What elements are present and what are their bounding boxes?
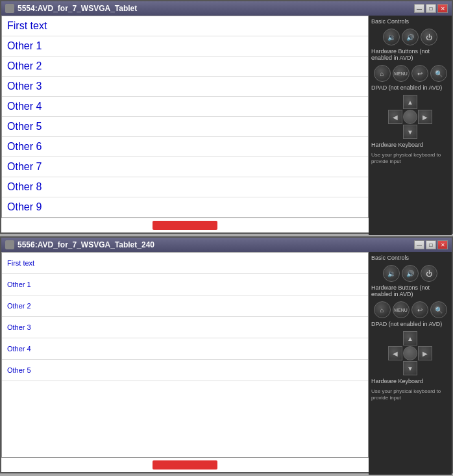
dpad-empty-br-2 [418,361,432,375]
list-item-w1-3[interactable]: Other 3 [2,77,368,97]
basic-buttons-row-1: 🔉 🔊 ⏻ [371,29,449,45]
window-title-1: 5554:AVD_for_7_WSVGA_Tablet [18,4,414,13]
dpad-empty-bl-2 [388,361,402,375]
list-area-1: First text Other 1 Other 2 Other 3 Other… [1,16,369,218]
basic-controls-label-2: Basic Controls [371,255,449,261]
list-item-w2-3[interactable]: Other 3 [2,317,368,338]
list-item-w2-0[interactable]: First text [2,253,368,274]
menu-icon-2: MENU [394,308,408,312]
list-item-w1-5[interactable]: Other 5 [2,117,368,137]
volume-down-button-2[interactable]: 🔉 [383,265,400,282]
home-icon-1: ⌂ [380,70,384,77]
red-bar-1 [153,221,217,230]
hw-buttons-label-1: Hardware Buttons (not enabled in AVD) [371,48,449,61]
dpad-empty-tr-1 [418,95,432,109]
control-panel-2: Basic Controls 🔉 🔊 ⏻ Hardware Buttons (n… [369,252,452,475]
dpad-down-button-2[interactable]: ▼ [403,361,417,375]
list-item-w1-0[interactable]: First text [2,16,368,36]
minimize-button-1[interactable]: — [414,4,424,13]
window-content-1: First text Other 1 Other 2 Other 3 Other… [1,16,452,232]
list-area-2: First text Other 1 Other 2 Other 3 Other… [1,252,369,458]
list-item-w1-8[interactable]: Other 8 [2,177,368,197]
list-item-w1-4[interactable]: Other 4 [2,97,368,117]
dpad-1: ▲ ◀ ▶ ▼ [371,95,449,139]
close-button-2[interactable]: ✕ [437,240,448,249]
list-item-w1-6[interactable]: Other 6 [2,137,368,157]
search-icon-2: 🔍 [435,307,443,314]
search-button-1[interactable]: 🔍 [430,65,447,82]
title-bar-1: 5554:AVD_for_7_WSVGA_Tablet — □ ✕ [1,1,452,16]
list-item-w1-2[interactable]: Other 2 [2,56,368,77]
dpad-empty-tl-1 [388,95,402,109]
red-bar-container-1 [1,218,369,232]
hw-buttons-row-2: ⌂ MENU ↩ 🔍 [371,301,449,318]
dpad-empty-bl-1 [388,125,402,139]
window-icon-2 [5,240,14,249]
dpad-label-2: DPAD (not enabled in AVD) [371,321,449,327]
dpad-left-button-1[interactable]: ◀ [388,110,402,124]
home-button-2[interactable]: ⌂ [374,301,391,318]
window-content-2: First text Other 1 Other 2 Other 3 Other… [1,252,452,472]
volume-down-icon-2: 🔉 [387,270,395,277]
home-icon-2: ⌂ [380,307,384,314]
basic-controls-label-1: Basic Controls [371,18,449,25]
list-item-w2-2[interactable]: Other 2 [2,295,368,317]
volume-down-button-1[interactable]: 🔉 [383,29,400,45]
keyboard-text-2: Use your physical keyboard to provide in… [371,388,449,402]
minimize-button-2[interactable]: — [414,240,424,249]
list-item-w2-5[interactable]: Other 5 [2,360,368,381]
basic-buttons-row-2: 🔉 🔊 ⏻ [371,265,449,282]
power-button-1[interactable]: ⏻ [421,29,437,45]
power-icon-1: ⏻ [426,34,432,41]
window-1: 5554:AVD_for_7_WSVGA_Tablet — □ ✕ First … [0,0,453,234]
list-item-w1-9[interactable]: Other 9 [2,197,368,218]
dpad-2: ▲ ◀ ▶ ▼ [371,331,449,375]
dpad-empty-tr-2 [418,331,432,345]
power-icon-2: ⏻ [426,270,432,277]
hw-buttons-label-2: Hardware Buttons (not enabled in AVD) [371,284,449,297]
dpad-left-button-2[interactable]: ◀ [388,346,402,360]
volume-up-icon-1: 🔊 [406,34,414,41]
dpad-up-button-2[interactable]: ▲ [403,331,417,345]
dpad-right-button-2[interactable]: ▶ [418,346,432,360]
red-bar-2 [153,460,217,470]
close-button-1[interactable]: ✕ [437,4,448,13]
title-bar-buttons-2: — □ ✕ [414,240,448,249]
dpad-empty-tl-2 [388,331,402,345]
dpad-right-button-1[interactable]: ▶ [418,110,432,124]
list-item-w1-1[interactable]: Other 1 [2,36,368,56]
list-item-w1-7[interactable]: Other 7 [2,157,368,177]
search-icon-1: 🔍 [435,70,443,77]
volume-up-button-1[interactable]: 🔊 [402,29,419,45]
volume-up-icon-2: 🔊 [406,270,414,277]
title-bar-buttons-1: — □ ✕ [414,4,448,13]
dpad-up-button-1[interactable]: ▲ [403,95,417,109]
back-icon-2: ↩ [417,307,422,314]
home-button-1[interactable]: ⌂ [374,65,391,82]
dpad-center-button-1[interactable] [403,110,417,124]
window-title-2: 5556:AVD_for_7_WSVGA_Tablet_240 [18,240,414,249]
maximize-button-2[interactable]: □ [426,240,436,249]
keyboard-text-1: Use your physical keyboard to provide in… [371,152,449,166]
list-item-w2-1[interactable]: Other 1 [2,274,368,295]
list-item-w2-4[interactable]: Other 4 [2,338,368,360]
window-2: 5556:AVD_for_7_WSVGA_Tablet_240 — □ ✕ Fi… [0,236,453,473]
maximize-button-1[interactable]: □ [426,4,436,13]
volume-up-button-2[interactable]: 🔊 [402,265,419,282]
back-icon-1: ↩ [417,70,422,77]
dpad-down-button-1[interactable]: ▼ [403,125,417,139]
back-button-2[interactable]: ↩ [411,301,428,318]
menu-button-1[interactable]: MENU [393,65,410,82]
window-body-1: First text Other 1 Other 2 Other 3 Other… [1,16,369,232]
dpad-label-1: DPAD (not enabled in AVD) [371,84,449,91]
menu-button-2[interactable]: MENU [393,301,410,318]
search-button-2[interactable]: 🔍 [430,301,447,318]
back-button-1[interactable]: ↩ [411,65,428,82]
menu-icon-1: MENU [394,71,408,76]
dpad-empty-br-1 [418,125,432,139]
red-bar-container-2 [1,458,369,472]
power-button-2[interactable]: ⏻ [421,265,437,282]
keyboard-label-2: Hardware Keyboard [371,378,449,384]
dpad-center-button-2[interactable] [403,346,417,360]
volume-down-icon-1: 🔉 [387,34,395,41]
